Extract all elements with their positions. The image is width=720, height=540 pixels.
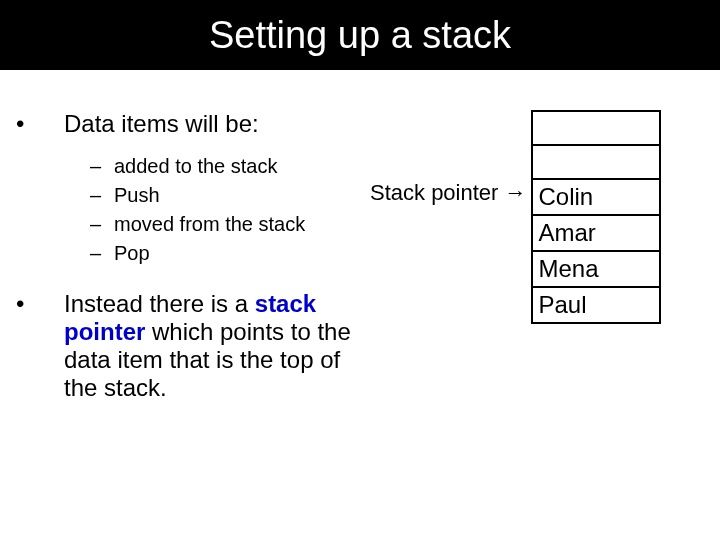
sub-bullet-text: Push xyxy=(114,184,160,206)
stack-diagram: Stack pointer → Colin Amar Mena Paul xyxy=(370,110,661,324)
stack-table: Colin Amar Mena Paul xyxy=(531,110,661,324)
bullet-text: Data items will be: xyxy=(64,110,259,137)
dash-icon: – xyxy=(90,152,114,181)
bullet-level1-1: •Data items will be: xyxy=(64,110,370,138)
stack-cell xyxy=(532,111,660,145)
sub-bullet-text: Pop xyxy=(114,242,150,264)
bullet-dot: • xyxy=(40,290,64,318)
stack-cell: Amar xyxy=(532,215,660,251)
sub-bullet-text: added to the stack xyxy=(114,155,277,177)
left-column: •Data items will be: –added to the stack… xyxy=(40,110,370,416)
sub-bullet-4: –Pop xyxy=(90,239,370,268)
stack-cell: Colin xyxy=(532,179,660,215)
slide-body: •Data items will be: –added to the stack… xyxy=(0,70,720,416)
stack-cell xyxy=(532,145,660,179)
slide-title: Setting up a stack xyxy=(0,0,720,70)
sub-bullet-3: –moved from the stack xyxy=(90,210,370,239)
stack-cell: Mena xyxy=(532,251,660,287)
bullet-level1-2: •Instead there is a stack pointer which … xyxy=(64,290,370,402)
sub-bullet-2: –Push xyxy=(90,181,370,210)
bullet-text-pre: Instead there is a xyxy=(64,290,255,317)
dash-icon: – xyxy=(90,181,114,210)
dash-icon: – xyxy=(90,239,114,268)
stack-cell: Paul xyxy=(532,287,660,323)
dash-icon: – xyxy=(90,210,114,239)
right-column: Stack pointer → Colin Amar Mena Paul xyxy=(370,110,690,416)
sub-bullet-list: –added to the stack –Push –moved from th… xyxy=(90,152,370,268)
sub-bullet-text: moved from the stack xyxy=(114,213,305,235)
bullet-dot: • xyxy=(40,110,64,138)
stack-pointer-label: Stack pointer → xyxy=(370,180,527,206)
sub-bullet-1: –added to the stack xyxy=(90,152,370,181)
